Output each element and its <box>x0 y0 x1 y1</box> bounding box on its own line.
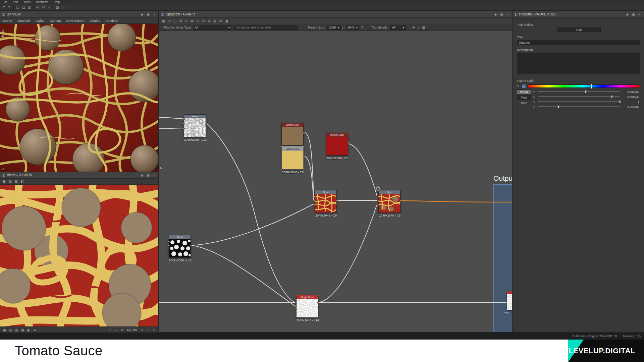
close-icon[interactable]: × <box>152 13 156 16</box>
home-icon[interactable]: ⌂ <box>145 327 151 333</box>
menu-windows[interactable]: Windows <box>33 0 51 4</box>
maximize-icon[interactable]: ▣ <box>499 13 504 16</box>
graph-tool-icon[interactable]: ⊙ <box>184 19 189 23</box>
pin-icon[interactable]: ◉ <box>140 174 144 177</box>
graph-tool-icon[interactable]: ⊞ <box>167 19 172 23</box>
menu-renderer[interactable]: Renderer <box>103 19 121 22</box>
node-uniform-color-brown[interactable]: Uniform Color 2048x2048 - C8 <box>281 123 304 145</box>
grid-icon[interactable]: ▦ <box>55 5 60 10</box>
menu-help[interactable]: Help <box>51 0 63 4</box>
slider-handle[interactable] <box>558 105 559 108</box>
2d-status-icon[interactable]: ▦ <box>20 327 25 333</box>
save-icon[interactable]: ▥ <box>26 5 32 10</box>
graph-tool-icon[interactable]: ⊡ <box>229 19 234 23</box>
value-slider[interactable] <box>538 101 620 102</box>
slider-handle[interactable] <box>619 100 621 103</box>
graph-tool-icon[interactable]: ▧ <box>212 19 217 23</box>
menu-tools[interactable]: Tools <box>21 0 33 4</box>
2d-status-icon[interactable]: ▤ <box>8 327 13 333</box>
zoom-out-icon[interactable]: ⊖ <box>139 327 145 333</box>
maximize-icon[interactable]: ▣ <box>631 13 636 16</box>
view-pin-badge[interactable]: ▣ <box>376 186 381 191</box>
link-size-icon[interactable]: ⇄ <box>341 25 346 29</box>
2d-tool-icon[interactable]: ▦ <box>13 179 19 184</box>
hue-slider[interactable] <box>538 91 620 92</box>
graph-tool-icon[interactable]: ◫ <box>172 19 177 23</box>
output-port[interactable] <box>347 142 349 144</box>
output-port[interactable] <box>303 156 305 158</box>
input-port[interactable] <box>183 123 185 125</box>
2d-tool-icon[interactable]: ▤ <box>7 179 13 184</box>
hue-marker[interactable] <box>591 84 592 88</box>
menu-scene[interactable]: Scene <box>0 19 15 22</box>
2d-tool-icon[interactable]: ▣ <box>1 179 7 184</box>
2d-status-icon[interactable]: ▣ <box>2 327 7 333</box>
swap-icon[interactable]: ⇄ <box>46 5 52 10</box>
node-height-blend[interactable]: Height Blend 2048x2048 - L16 <box>296 295 318 318</box>
graph-tool-icon[interactable]: ≡ <box>195 19 200 23</box>
fast-preview-icon[interactable]: ≫ <box>411 25 416 29</box>
2d-status-icon[interactable]: ● <box>32 327 38 333</box>
pin-icon[interactable]: ◉ <box>625 13 630 16</box>
maximize-icon[interactable]: ▣ <box>146 174 150 177</box>
new-file-icon[interactable]: ▢ <box>15 5 20 10</box>
input-port[interactable] <box>168 241 170 243</box>
graph-tool-icon[interactable]: ↺ <box>207 19 212 23</box>
slider-handle[interactable] <box>611 95 612 98</box>
graph-tool-icon[interactable]: ▭ <box>218 19 223 23</box>
open-file-icon[interactable]: ▤ <box>21 5 26 10</box>
2d-view-titlebar[interactable]: ◧ Blend - 2D VIEW ◉ ▣ × <box>0 172 158 179</box>
node-uniform-color-yellow[interactable]: Uniform Color 2048x2048 - C8 <box>281 147 304 170</box>
2d-render-viewport[interactable] <box>0 185 158 326</box>
zoom-fit-icon[interactable]: ↔ <box>113 327 119 333</box>
zoom-in-icon[interactable]: ⊕ <box>119 327 125 333</box>
saturation-slider[interactable] <box>538 96 620 97</box>
graph-tool-icon[interactable]: ⊘ <box>201 19 206 23</box>
title-input[interactable] <box>517 40 640 45</box>
parent-height-select[interactable]: 2048▾ <box>346 25 359 30</box>
alpha-slider[interactable] <box>538 106 620 107</box>
lock-icon[interactable]: ⊙ <box>151 327 157 333</box>
2d-status-icon[interactable]: ▥ <box>14 327 19 333</box>
menu-camera[interactable]: Camera <box>47 19 64 22</box>
zoom-rect-icon[interactable]: □ <box>107 327 113 333</box>
pin-icon[interactable]: ◉ <box>493 13 498 16</box>
input-port[interactable] <box>314 200 316 202</box>
import-icon[interactable]: ⊞ <box>35 5 40 10</box>
input-port[interactable] <box>377 196 379 198</box>
parent-width-select[interactable]: 2048▾ <box>327 25 341 30</box>
3d-render-viewport[interactable]: ▤ ◉ ◿ <box>0 24 158 172</box>
2d-status-icon[interactable]: ◧ <box>26 327 32 333</box>
output-port[interactable] <box>336 200 338 202</box>
graph-tool-icon[interactable]: ⇄ <box>190 19 195 23</box>
graph-titlebar[interactable]: ◧ Spaghetti - GRAPH ◉ ▣ × <box>159 11 512 18</box>
graph-tool-icon[interactable]: ◨ <box>224 19 229 23</box>
thumbnails-select[interactable]: All▾ <box>390 25 406 30</box>
properties-titlebar[interactable]: ◧ Property - PROPERTIES ◉ ▣ × <box>513 11 644 18</box>
color-swatch[interactable] <box>521 84 526 88</box>
output-port[interactable] <box>303 132 305 134</box>
menu-file[interactable]: File <box>0 0 10 4</box>
node-type-select[interactable]: All▾ <box>193 25 231 30</box>
maximize-icon[interactable]: ▣ <box>146 13 150 16</box>
float-mode-button[interactable]: Float <box>517 95 531 100</box>
node-blend-mask[interactable]: Blend 2048x2048 - L16 <box>169 235 191 258</box>
menu-edit[interactable]: Edit <box>10 0 21 4</box>
hue-gradient-bar[interactable] <box>528 84 639 88</box>
menu-lights[interactable]: Lights <box>33 19 47 22</box>
settings-icon[interactable]: ⊡ <box>60 5 66 10</box>
input-port[interactable] <box>295 299 297 301</box>
input-port[interactable] <box>314 204 316 206</box>
input-port[interactable] <box>314 196 316 198</box>
layers-icon[interactable]: ▤ <box>1 28 4 32</box>
node-uniform-color-red[interactable]: Uniform Color 2048x2048 - C8 <box>326 133 348 156</box>
hsv-mode-label[interactable]: HSV <box>517 101 531 105</box>
menu-display[interactable]: Display <box>87 19 103 22</box>
graph-search-input[interactable] <box>234 25 298 30</box>
input-port[interactable] <box>295 308 297 310</box>
slider-handle[interactable] <box>585 90 586 93</box>
input-port[interactable] <box>377 204 379 206</box>
node-clipped-right[interactable] <box>507 291 512 310</box>
description-input[interactable] <box>517 53 640 74</box>
close-icon[interactable]: × <box>505 13 510 16</box>
